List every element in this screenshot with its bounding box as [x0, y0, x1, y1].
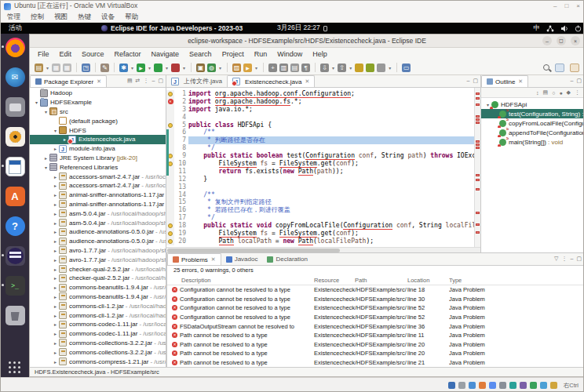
perspective-debug-button[interactable] [555, 64, 564, 72]
tree-item-commons-codec-1.11.jar[interactable]: ▸commons-codec-1.11.jar - /usr/local/had [30, 320, 166, 329]
dock-item-eclipse[interactable] [5, 246, 25, 266]
system-tray[interactable]: 中 [534, 24, 582, 33]
show-applications-button[interactable] [1, 358, 29, 377]
expanded-arrow-icon[interactable]: ▾ [33, 100, 40, 105]
toolbar-icon-9[interactable]: ✱ [119, 64, 128, 72]
code-line-15[interactable]: 15 * 复制文件到指定路径 [166, 198, 480, 206]
tree-item-avro-1.7.7.jar[interactable]: ▸avro-1.7.7.jar - /usr/local/hadoop/shar… [30, 246, 166, 256]
code-line-16[interactable]: 16 * 若路径已存在，则进行覆盖 [166, 206, 480, 214]
collapsed-arrow-icon[interactable]: ▸ [52, 229, 59, 234]
tree-item-Existencecheck.java[interactable]: ▸Existencecheck.java [30, 135, 166, 144]
menu-navigate[interactable]: Navigate [151, 50, 180, 58]
hide-static-icon[interactable]: ○ [552, 90, 555, 96]
recording-icon[interactable] [520, 382, 527, 389]
toolbar-icon-29[interactable]: ¶ [301, 64, 310, 72]
error-ruler-mark[interactable] [476, 223, 480, 226]
tree-item-commons-collections-3.2.2.jar[interactable]: ▸commons-collections-3.2.2.jar - /usr/lo… [30, 347, 166, 357]
tree-item-asm-5.0.4.jar[interactable]: ▸asm-5.0.4.jar - /usr/local/hadoop/share [30, 209, 166, 218]
quickfix-bulb-icon[interactable] [168, 92, 173, 96]
toolbar-icon-2[interactable]: ▦ [52, 64, 60, 72]
search-icon[interactable] [543, 64, 549, 71]
dock-item-rhythmbox[interactable] [5, 127, 25, 147]
code-line-6[interactable]: 6 /** [166, 129, 480, 136]
tab-problems[interactable]: Problems✕ [167, 253, 221, 265]
dock-item-help[interactable]: ? [5, 216, 25, 236]
collapse-all-icon[interactable]: ▤ [127, 78, 133, 84]
problem-row-2[interactable]: ✕Configuration cannot be resolved to a t… [167, 303, 584, 313]
error-ruler-mark[interactable] [476, 103, 480, 106]
column-resource[interactable]: Resource [314, 277, 355, 284]
dropdown-arrow-icon[interactable]: ▾ [46, 65, 49, 71]
tree-item-checker-qual-2.5.2.jar[interactable]: ▸checker-qual-2.5.2.jar - /usr/local/had… [30, 274, 166, 283]
error-ruler-mark[interactable] [476, 97, 480, 100]
minimize-icon[interactable]: – [570, 256, 573, 262]
toolbar-icon-3[interactable]: ▦ [63, 64, 71, 72]
outline-item-copyFromLocalFileCon[interactable]: copyFromLocalFile(Configur [481, 118, 584, 128]
close-icon[interactable]: ✕ [97, 78, 101, 85]
dropdown-arrow-icon[interactable]: ▾ [148, 65, 151, 71]
toolbar-icon-33[interactable]: ⇧ [338, 64, 346, 72]
minimize-icon[interactable]: – [570, 78, 573, 84]
tree-item-module-info.java[interactable]: ▸module-info.java [30, 144, 166, 154]
audio-icon[interactable] [469, 382, 476, 389]
activities-button[interactable]: 活动 [1, 24, 30, 33]
collapsed-arrow-icon[interactable]: ▸ [52, 174, 59, 180]
tree-item-Hadoop[interactable]: Hadoop [30, 89, 166, 98]
toolbar-icon-7[interactable]: ✎ [100, 64, 109, 72]
tree-item-audience-annotations-0.5.0.jar[interactable]: ▸audience-annotations-0.5.0.jar - /usr/l… [30, 227, 166, 237]
code-line-19[interactable]: 19 FileSystem fs = FileSystem.get(conf); [166, 230, 480, 238]
outline-item-HDFSApi[interactable]: ▾HDFSApi [481, 100, 584, 109]
tree-item-commons-collections-3.2.2.jar[interactable]: ▸commons-collections-3.2.2.jar - /usr/lo… [30, 339, 166, 348]
code-line-1[interactable]: 1import org.apache.hadoop.conf.Configura… [166, 90, 480, 98]
problem-row-1[interactable]: ✕Configuration cannot be resolved to a t… [167, 295, 584, 304]
code-line-12[interactable]: 12 } [166, 176, 480, 183]
code-line-8[interactable]: 8 */ [166, 144, 480, 152]
code-line-11[interactable]: 11 return fs.exists(new Path(path)); [166, 168, 480, 176]
dock-item-files[interactable] [5, 97, 25, 117]
dock-item-firefox[interactable] [5, 38, 25, 57]
dropdown-arrow-icon[interactable]: ▾ [255, 65, 257, 71]
shared-folders-icon[interactable] [499, 382, 506, 389]
toolbar-icon-22[interactable]: ▨ [232, 64, 241, 72]
collapsed-arrow-icon[interactable]: ▸ [52, 313, 59, 318]
error-ruler-mark[interactable] [476, 174, 480, 176]
menu-project[interactable]: Project [222, 50, 244, 58]
editor-horizontal-scrollbar[interactable] [166, 247, 480, 252]
error-ruler-mark[interactable] [476, 179, 480, 181]
dock-item-software[interactable]: A [5, 187, 25, 206]
filter-icon[interactable]: ▽ [554, 256, 558, 262]
code-line-5[interactable]: 5public class HDFSApi { [166, 122, 480, 129]
tree-item-accessors-smart-2.4.7.jar[interactable]: ▸accessors-smart-2.4.7.jar - /usr/local/… [30, 172, 166, 181]
tree-item-commons-codec-1.11.jar[interactable]: ▸commons-codec-1.11.jar - /usr/local/had [30, 329, 166, 339]
eclipse-maximize-button[interactable]: ◻ [557, 36, 566, 45]
tab-javadoc[interactable]: Javadoc [221, 253, 263, 265]
toolbar-icon-0[interactable]: ▤ [35, 64, 43, 72]
collapsed-arrow-icon[interactable]: ▸ [52, 183, 59, 188]
maximize-icon[interactable]: ▢ [158, 78, 163, 84]
toolbar-icon-37[interactable] [377, 64, 385, 72]
problem-row-3[interactable]: ✕Configuration cannot be resolved to a t… [167, 313, 584, 322]
dropdown-arrow-icon[interactable]: ▾ [183, 65, 185, 71]
toolbar-icon-31[interactable]: ⇩ [320, 64, 329, 72]
tree-item-avro-1.7.7.jar[interactable]: ▸avro-1.7.7.jar - /usr/local/hadoop/shar… [30, 255, 166, 264]
error-ruler-mark[interactable] [476, 118, 480, 121]
collapsed-arrow-icon[interactable]: ▸ [52, 146, 59, 151]
collapsed-arrow-icon[interactable]: ▸ [52, 201, 59, 207]
dock-item-thunderbird[interactable]: ✉ [5, 67, 25, 87]
tree-item-animal-sniffer-annotations-1.17.jar[interactable]: ▸animal-sniffer-annotations-1.17.jar - /… [30, 191, 166, 200]
hide-nonpublic-icon[interactable]: ● [559, 90, 562, 96]
minimize-icon[interactable]: – [466, 78, 469, 84]
toolbar-icon-11[interactable]: ▶ [137, 64, 145, 72]
error-ruler-mark[interactable] [476, 143, 480, 146]
code-line-20[interactable]: 20 Path localPath = new Path(localFilePa… [166, 238, 480, 245]
mouse-icon[interactable] [540, 382, 547, 389]
display-icon[interactable] [509, 382, 516, 389]
view-menu-icon[interactable]: ⋮ [561, 256, 567, 262]
toolbar-icon-15[interactable] [171, 64, 180, 72]
keyboard-icon[interactable] [550, 382, 557, 389]
column-path[interactable]: Path [355, 277, 407, 284]
toolbar-icon-28[interactable]: ▤ [290, 64, 299, 72]
eclipse-minimize-button[interactable]: – [542, 36, 552, 45]
quickfix-bulb-icon[interactable] [168, 223, 173, 228]
toolbar-icon-23[interactable]: ▶ [243, 64, 252, 72]
